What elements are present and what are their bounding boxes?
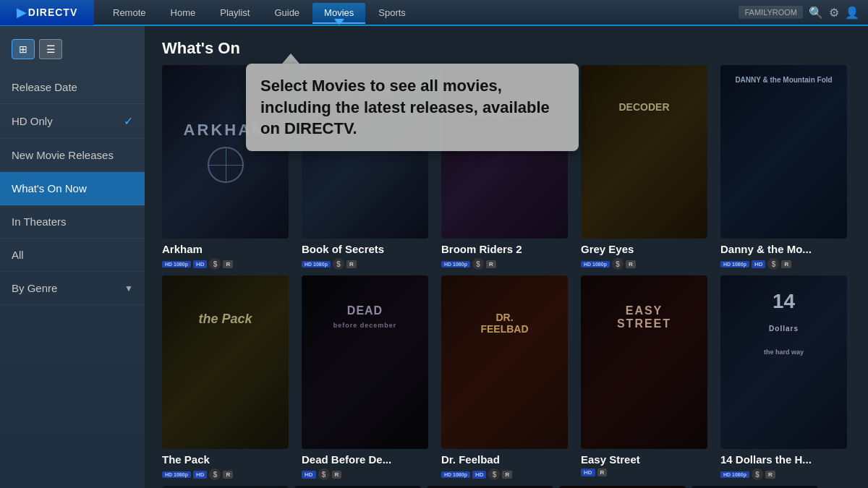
badge-hd-easystreet: HD [581, 468, 595, 476]
poster-feelbad-label: DR.FEELBAD [441, 275, 568, 342]
movie-badges-dead: HD $ R [302, 468, 435, 480]
movie-badges-greyeyes: HD 1080p $ R [581, 258, 715, 270]
movie-badges-danny: HD 1080p HD $ R [720, 258, 854, 270]
logo-text: DIRECTV [28, 7, 77, 18]
movie-card-feelbad[interactable]: DR.FEELBAD Dr. Feelbad HD 1080p HD $ R [441, 275, 575, 480]
sidebar-item-whats-on-now-label: What's On Now [12, 182, 87, 194]
badge-dollar-arkham: $ [209, 258, 221, 270]
sidebar-item-new-releases-label: New Movie Releases [12, 149, 114, 161]
movie-grid-row2: the Pack The Pack HD 1080p HD $ R DEADbe… [145, 275, 868, 480]
movie-card-dead[interactable]: DEADbefore december Dead Before De... HD… [302, 275, 435, 480]
movie-title-arkham: Arkham [162, 243, 296, 255]
movie-title-greyeyes: Grey Eyes [581, 243, 715, 255]
tooltip-box: Select Movies to see all movies, includi… [246, 64, 579, 151]
badge-rating-dead: R [332, 471, 342, 479]
poster-danny-label: DANNY & the Mountain Fold [720, 65, 847, 90]
badge-hd-pack: HD [193, 471, 208, 479]
movie-title-dead: Dead Before De... [302, 453, 435, 466]
movie-badges-easystreet: HD R [581, 468, 715, 476]
sidebar-item-hd-only[interactable]: HD Only ✓ [0, 104, 145, 139]
sidebar: ⊞ ☰ Release Date HD Only ✓ New Movie Rel… [0, 26, 145, 488]
crosshair-v [226, 148, 226, 181]
badge-hd-dead: HD [302, 471, 316, 479]
badge-dollar-greyeyes: $ [612, 258, 624, 270]
badge-dollar-feelbad: $ [488, 468, 500, 480]
badge-dollar-14dollars: $ [752, 468, 763, 480]
nav-item-wrapper-remote: Remote [101, 6, 158, 19]
movie-card-14dollars[interactable]: 14Dollarsthe hard way 14 Dollars the H..… [720, 275, 854, 480]
hd-only-checkmark: ✓ [124, 114, 133, 128]
badge-rating-booksecrets: R [346, 260, 357, 268]
movie-card-danny[interactable]: DANNY & the Mountain Fold Danny & the Mo… [720, 65, 854, 270]
movie-title-feelbad: Dr. Feelbad [441, 453, 575, 466]
badge-dollar-booksecrets: $ [333, 258, 344, 270]
badge-rating-easystreet: R [597, 468, 608, 476]
movie-poster-danny: DANNY & the Mountain Fold [720, 65, 847, 239]
badge-rating-greyeyes: R [626, 260, 636, 268]
nav-item-wrapper-guide: Guide [263, 6, 311, 19]
logo-arrow: ▶ [17, 4, 27, 20]
sidebar-item-by-genre-label: By Genre [12, 282, 57, 294]
sidebar-item-whats-on-now[interactable]: What's On Now [0, 172, 145, 205]
user-icon[interactable]: 👤 [845, 6, 859, 20]
movie-title-easystreet: Easy Street [581, 453, 715, 466]
sidebar-item-release-date[interactable]: Release Date [0, 71, 145, 104]
badge-hd1080p-feelbad: HD 1080p [441, 471, 470, 478]
poster-dead-label: DEADbefore december [302, 275, 428, 338]
movie-title-danny: Danny & the Mo... [720, 243, 854, 255]
movie-title-broomriders: Broom Riders 2 [441, 243, 575, 255]
movie-poster-dead: DEADbefore december [302, 275, 428, 449]
badge-hd-danny: HD [752, 260, 766, 268]
nav-item-guide[interactable]: Guide [263, 3, 311, 22]
movie-badges-broomriders: HD 1080p $ R [441, 258, 575, 270]
movie-poster-14dollars: 14Dollarsthe hard way [720, 275, 847, 449]
movie-card-easystreet[interactable]: EASYSTREET Easy Street HD R [581, 275, 715, 480]
movie-title-booksecrets: Book of Secrets [302, 243, 435, 255]
movie-poster-greyeyes: DECODER [581, 65, 707, 239]
poster-greyeyes-label: DECODER [581, 65, 707, 121]
movie-card-greyeyes[interactable]: DECODER Grey Eyes HD 1080p $ R [581, 65, 715, 270]
badge-dollar-danny: $ [767, 258, 779, 270]
badge-dollar-broomriders: $ [472, 258, 484, 270]
badge-dollar-dead: $ [318, 468, 330, 480]
settings-icon[interactable]: ⚙ [829, 6, 839, 20]
nav-item-playlist[interactable]: Playlist [208, 3, 261, 22]
badge-rating-broomriders: R [486, 260, 496, 268]
nav-item-wrapper-playlist: Playlist [208, 6, 261, 19]
sidebar-item-by-genre[interactable]: By Genre ▼ [0, 272, 145, 305]
tooltip-text: Select Movies to see all movies, includi… [260, 77, 550, 137]
nav-items: Remote Home Playlist Guide Movies Sports [94, 6, 739, 19]
badge-hd1080p-pack: HD 1080p [162, 471, 191, 478]
nav-item-sports[interactable]: Sports [367, 3, 417, 22]
grid-view-button[interactable]: ⊞ [12, 39, 35, 59]
list-view-button[interactable]: ☰ [39, 39, 62, 59]
main-layout: ⊞ ☰ Release Date HD Only ✓ New Movie Rel… [0, 26, 868, 488]
badge-hd1080p-booksecrets: HD 1080p [302, 261, 331, 267]
badge-hd1080p-14dollars: HD 1080p [720, 471, 749, 478]
movie-badges-14dollars: HD 1080p $ R [720, 468, 854, 480]
search-icon[interactable]: 🔍 [809, 6, 823, 20]
nav-item-wrapper-home: Home [159, 6, 208, 19]
movie-poster-easystreet: EASYSTREET [581, 275, 707, 449]
badge-rating-arkham: R [223, 260, 233, 268]
movie-badges-pack: HD 1080p HD $ R [162, 468, 296, 480]
sidebar-item-all[interactable]: All [0, 239, 145, 272]
nav-item-home[interactable]: Home [159, 3, 208, 22]
movie-card-pack[interactable]: the Pack The Pack HD 1080p HD $ R [162, 275, 296, 480]
sidebar-item-hd-only-label: HD Only [12, 115, 53, 127]
logo[interactable]: ▶ DIRECTV [0, 0, 94, 25]
arkham-crosshair [208, 147, 244, 183]
sidebar-item-in-theaters-label: In Theaters [12, 215, 67, 228]
top-nav: ▶ DIRECTV Remote Home Playlist Guide Mov… [0, 0, 868, 26]
section-title-text: What's On [162, 39, 240, 57]
sidebar-item-in-theaters[interactable]: In Theaters [0, 205, 145, 239]
nav-right: FAMILYROOM 🔍 ⚙ 👤 [739, 6, 868, 20]
family-room-label[interactable]: FAMILYROOM [739, 6, 803, 19]
poster-easystreet-label: EASYSTREET [581, 275, 707, 338]
sidebar-item-new-movie-releases[interactable]: New Movie Releases [0, 139, 145, 172]
movie-badges-feelbad: HD 1080p HD $ R [441, 468, 575, 480]
movie-badges-arkham: HD 1080p HD $ R [162, 258, 296, 270]
nav-item-remote[interactable]: Remote [101, 3, 158, 22]
movie-poster-pack: the Pack [162, 275, 289, 449]
tooltip-arrow [282, 53, 299, 64]
